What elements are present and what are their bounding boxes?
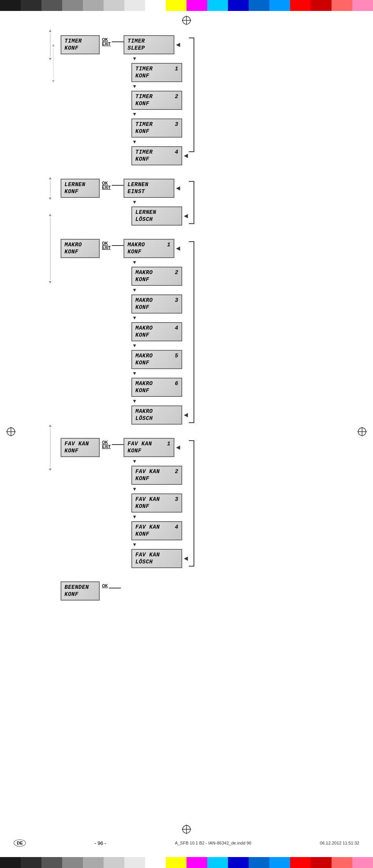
makro-konf-4: MAKRO 4 KONF: [131, 322, 182, 341]
color-segment: [62, 0, 83, 11]
timer-konf-4: TIMER 4 KONF: [131, 146, 182, 165]
makro-konf-source: MAKRO KONF: [61, 239, 100, 258]
page-number: - 96 -: [95, 840, 106, 846]
fav-konf-4: FAV KAN 4 KONF: [131, 521, 182, 540]
ok-beenden: OK: [100, 581, 109, 588]
timer-konf-1: TIMER 1 KONF: [131, 63, 182, 82]
reg-mark-bottom: [181, 824, 192, 837]
makro-konf-2: MAKRO 2 KONF: [131, 267, 182, 286]
makro-targets: MAKRO 1 KONF ◄ ▼ MAKRO 2: [124, 239, 188, 425]
reg-mark-right: [357, 426, 368, 439]
h-line-timer: [112, 41, 124, 42]
h-line-makro: [112, 245, 124, 246]
file-info: A_SFB 10.1 B2 - IAN-86342_de.indd 96: [175, 841, 251, 845]
color-segment: [207, 0, 228, 11]
section-timer: TIMER KONF ▲ ▼ OK EXIT: [61, 35, 350, 166]
timer-targets: TIMER SLEEP ◄ ▼ TIMER: [124, 35, 188, 166]
section-fav: FAV KAN KONF ▲ ▼ OK EXIT: [61, 438, 350, 569]
return-arrow-fav: ◄: [176, 444, 180, 452]
color-segment: [0, 0, 21, 11]
lernen-sub-targets: ▼ LERNEN LÖSCH ◄: [131, 199, 188, 226]
fav-konf-2: FAV KAN 2 KONF: [131, 466, 182, 485]
timer-nav-arrow: ▲ ▼: [49, 29, 52, 61]
beenden-konf-source: BEENDEN KONF: [61, 581, 100, 601]
timer-section-nav: ▲ ▼: [52, 43, 55, 84]
makro-konf-5: MAKRO 5 KONF: [131, 350, 182, 369]
color-segment: [104, 0, 124, 11]
lernen-targets: LERNEN EINST ◄ ▼ LERNEN LÖSCH: [124, 179, 188, 226]
fav-bracket: [189, 440, 194, 567]
fav-konf-source: FAV KAN KONF: [61, 438, 100, 457]
return-arrow-timer-end: ◄: [184, 152, 188, 160]
makro-nav-arrow: ▲ ▼: [49, 213, 52, 285]
section-makro: MAKRO KONF ▲ ▼ OK EXIT: [61, 239, 350, 425]
ok-exit-makro: OK EXIT: [100, 239, 112, 250]
color-segment: [228, 0, 249, 11]
h-line-lernen: [112, 185, 124, 186]
color-segment: [186, 0, 207, 11]
timer-konf-3: TIMER 3 KONF: [131, 118, 182, 138]
color-bar-top: [0, 0, 373, 11]
timer-sub-targets: ▼ TIMER 1 KONF ▼: [131, 55, 188, 165]
timer-bracket: [189, 38, 194, 152]
makro-sub-targets: ▼ MAKRO 2 KONF ▼: [131, 259, 188, 425]
fav-nav-arrow: ▲ ▼: [49, 423, 52, 472]
makro-konf-6: MAKRO 6 KONF: [131, 378, 182, 397]
lernen-einst-box: LERNEN EINST: [124, 179, 174, 198]
return-arrow-makro: ◄: [176, 245, 180, 253]
return-arrow-timer: ◄: [176, 41, 180, 49]
fav-losch: FAV KAN LÖSCH: [131, 549, 182, 568]
color-segment: [332, 0, 352, 11]
section-beenden: BEENDEN KONF OK: [61, 581, 350, 601]
makro-konf-3: MAKRO 3 KONF: [131, 294, 182, 314]
return-arrow-lernen-end: ◄: [184, 212, 188, 220]
fav-targets: FAV KAN 1 KONF ◄ ▼ FAV KAN 2: [124, 438, 188, 569]
color-segment: [41, 0, 62, 11]
color-segment: [290, 0, 311, 11]
fav-sub-targets: ▼ FAV KAN 2 KONF ▼: [131, 458, 188, 568]
return-arrow-makro-end: ◄: [184, 411, 188, 419]
color-segment: [145, 0, 166, 11]
section-lernen: LERNEN KONF ▲ ▼ OK EXIT: [61, 179, 350, 226]
ok-exit-lernen: OK EXIT: [100, 179, 112, 190]
color-segment: [21, 0, 41, 11]
ok-exit-fav: OK EXIT: [100, 438, 112, 449]
color-segment: [249, 0, 269, 11]
color-segment: [166, 0, 186, 11]
reg-mark-top: [181, 15, 192, 28]
fav-konf-3: FAV KAN 3 KONF: [131, 493, 182, 513]
timer-konf-source: TIMER KONF: [61, 35, 100, 54]
lernen-konf-source: LERNEN KONF: [61, 179, 100, 198]
return-arrow-lernen: ◄: [176, 185, 180, 192]
makro-losch: MAKRO LÖSCH: [131, 405, 182, 425]
lernen-losch-box: LERNEN LÖSCH: [131, 206, 182, 226]
timer-konf-2: TIMER 2 KONF: [131, 91, 182, 110]
color-bar-bottom: [0, 857, 373, 868]
fav-konf-1: FAV KAN 1 KONF: [124, 438, 174, 457]
reg-mark-left: [5, 426, 16, 439]
makro-konf-1: MAKRO 1 KONF: [124, 239, 174, 258]
color-segment: [83, 0, 104, 11]
h-line-beenden: [109, 588, 121, 588]
color-segment: [269, 0, 290, 11]
lernen-nav-arrow: ▲ ▼: [49, 176, 52, 201]
de-badge: DE: [14, 839, 26, 846]
color-segment: [352, 0, 373, 11]
color-segment: [124, 0, 145, 11]
makro-bracket: [189, 241, 194, 423]
timer-sleep-box: TIMER SLEEP: [124, 35, 174, 54]
footer: DE - 96 - A_SFB 10.1 B2 - IAN-86342_de.i…: [0, 839, 373, 846]
main-diagram: TIMER KONF ▲ ▼ OK EXIT: [61, 35, 350, 608]
return-arrow-fav-end: ◄: [184, 555, 188, 563]
h-line-fav: [112, 444, 124, 445]
ok-exit-timer: OK EXIT: [100, 35, 112, 46]
color-segment: [311, 0, 332, 11]
lernen-bracket: [189, 181, 194, 224]
date-info: 06.12.2012 11:51:32: [320, 841, 359, 845]
